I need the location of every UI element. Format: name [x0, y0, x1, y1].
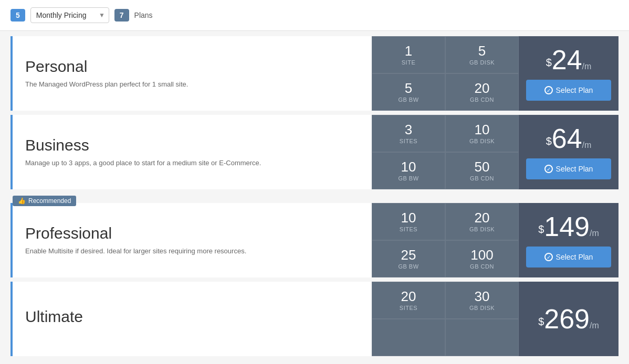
spec-value-sites: 1 [405, 44, 412, 58]
plans-container: Personal The Managed WordPress plan perf… [0, 31, 629, 364]
spec-disk-ultimate: 30 GB DISK [445, 282, 519, 319]
spec-sites-business: 3 Sites [372, 115, 445, 152]
spec-sites-ultimate: 20 Sites [372, 282, 445, 319]
price-amount-ultimate: 269 [544, 304, 590, 334]
plan-description-business: Manage up to 3 apps, a good place to sta… [25, 158, 359, 168]
spec-sites-professional: 10 Sites [372, 203, 445, 240]
plan-specs-professional: 10 Sites 20 GB DISK 25 GB BW 100 GB CDN [372, 203, 519, 277]
pricing-select[interactable]: Monthly PricingAnnual Pricing [30, 7, 109, 23]
price-period-personal: /m [582, 62, 592, 71]
spec-label-sites: Site [402, 59, 415, 66]
plan-info-professional: Professional Enable Multisite if desired… [13, 203, 372, 277]
spec-cdn: 20 GB CDN [445, 73, 519, 111]
plan-name-professional: Professional [25, 224, 359, 242]
select-plan-button-professional[interactable]: ✓ Select Plan [526, 247, 611, 267]
plan-specs-personal: 1 Site 5 GB DISK 5 GB BW 20 GB CDN [372, 36, 519, 111]
select-plan-button-personal[interactable]: ✓ Select Plan [526, 80, 611, 101]
plan-row-business: Business Manage up to 3 apps, a good pla… [11, 115, 618, 189]
plan-price-action-business: $64/m ✓ Select Plan [519, 115, 618, 189]
price-amount-business: 64 [552, 123, 582, 154]
pricing-select-wrapper[interactable]: Monthly PricingAnnual Pricing ▼ [30, 7, 109, 23]
plan-description-personal: The Managed WordPress plan perfect for 1… [25, 80, 359, 89]
spec-label-cdn: GB CDN [470, 97, 494, 103]
price-display-professional: $149/m [538, 213, 599, 240]
circle-check-icon: ✓ [544, 86, 553, 94]
plan-info-ultimate: Ultimate [13, 282, 372, 356]
price-amount-professional: 149 [544, 211, 590, 242]
spec-label-bw: GB BW [398, 97, 418, 103]
spec-value-cdn: 20 [475, 81, 490, 95]
spec-disk: 5 GB DISK [445, 36, 519, 73]
plan-row-ultimate: Ultimate 20 Sites 30 GB DISK $269/m [11, 282, 618, 356]
spec-value-disk: 5 [478, 44, 486, 58]
plans-count-badge: 7 [114, 9, 129, 22]
spec-disk-professional: 20 GB DISK [445, 203, 519, 240]
spec-bw: 5 GB BW [372, 73, 445, 111]
plan-name-business: Business [25, 136, 359, 154]
plan-row-professional: 👍 Recommended Professional Enable Multis… [11, 203, 618, 277]
spec-bw-business: 10 GB BW [372, 152, 445, 189]
top-bar: 5 Monthly PricingAnnual Pricing ▼ 7 Plan… [0, 0, 629, 31]
plan-specs-business: 3 Sites 10 GB DISK 10 GB BW 50 GB CDN [372, 115, 519, 189]
plans-label: Plans [134, 11, 153, 19]
price-display-personal: $24/m [546, 46, 592, 73]
plan-price-action-personal: $24/m ✓ Select Plan [519, 36, 618, 111]
plan-name-ultimate: Ultimate [25, 308, 359, 326]
badge-number: 5 [11, 9, 25, 22]
plan-specs-ultimate: 20 Sites 30 GB DISK [372, 282, 519, 356]
circle-check-icon-business: ✓ [544, 165, 553, 173]
plan-row-personal: Personal The Managed WordPress plan perf… [11, 36, 618, 111]
plan-info-business: Business Manage up to 3 apps, a good pla… [13, 115, 372, 189]
plan-name-personal: Personal [25, 58, 359, 76]
spec-cdn-business: 50 GB CDN [445, 152, 519, 189]
spec-disk-business: 10 GB DISK [445, 115, 519, 152]
plan-price-action-ultimate: $269/m [519, 282, 618, 356]
spec-value-bw: 5 [405, 81, 412, 95]
spec-cdn-professional: 100 GB CDN [445, 240, 519, 277]
plan-description-professional: Enable Multisite if desired. Ideal for l… [25, 247, 359, 256]
select-plan-button-business[interactable]: ✓ Select Plan [526, 158, 611, 179]
spec-label-disk: GB DISK [469, 59, 495, 66]
spec-bw-professional: 25 GB BW [372, 240, 445, 277]
price-display-ultimate: $269/m [538, 305, 599, 333]
price-display-business: $64/m [546, 125, 592, 152]
plan-info-personal: Personal The Managed WordPress plan perf… [13, 36, 372, 111]
spec-sites: 1 Site [372, 36, 445, 73]
plan-price-action-professional: $149/m ✓ Select Plan [519, 203, 618, 277]
circle-check-icon-professional: ✓ [544, 253, 553, 261]
thumbs-up-icon: 👍 [18, 197, 26, 205]
price-amount-personal: 24 [552, 45, 582, 75]
recommended-badge: 👍 Recommended [13, 196, 76, 206]
